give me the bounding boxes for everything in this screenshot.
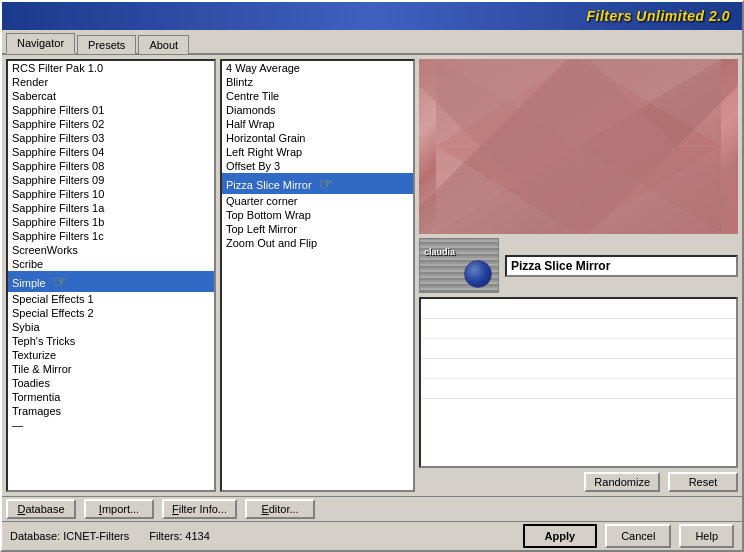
randomize-button[interactable]: Randomize bbox=[584, 472, 660, 492]
svg-line-6 bbox=[436, 59, 721, 234]
cancel-button[interactable]: Cancel bbox=[605, 524, 671, 548]
filter-list-item[interactable]: Diamonds bbox=[222, 103, 413, 117]
reset-button[interactable]: Reset bbox=[668, 472, 738, 492]
import-button[interactable]: Import... bbox=[84, 499, 154, 519]
list-item[interactable]: Scribe bbox=[8, 257, 214, 271]
filter-list-item[interactable]: Left Right Wrap bbox=[222, 145, 413, 159]
list-item[interactable]: Sapphire Filters 01 bbox=[8, 103, 214, 117]
tab-presets[interactable]: Presets bbox=[77, 35, 136, 54]
list-item[interactable]: Texturize bbox=[8, 348, 214, 362]
bottom-toolbar: Database Import... Filter Info... Editor… bbox=[2, 496, 742, 521]
list-item[interactable]: Sapphire Filters 1c bbox=[8, 229, 214, 243]
list-item[interactable]: ScreenWorks bbox=[8, 243, 214, 257]
filter-list-item[interactable]: Half Wrap bbox=[222, 117, 413, 131]
thumbnail-text: claudia bbox=[424, 247, 455, 257]
filter-params-area bbox=[419, 297, 738, 468]
database-status: Database: ICNET-Filters bbox=[10, 530, 129, 542]
list-item[interactable]: Toadies bbox=[8, 376, 214, 390]
middle-panel[interactable]: 4 Way Average Blintz Centre Tile Diamond… bbox=[220, 59, 415, 492]
list-item[interactable]: Sapphire Filters 09 bbox=[8, 173, 214, 187]
list-item[interactable]: RCS Filter Pak 1.0 bbox=[8, 61, 214, 75]
svg-marker-4 bbox=[436, 59, 721, 146]
svg-marker-2 bbox=[578, 59, 721, 234]
svg-marker-5 bbox=[436, 146, 721, 234]
list-item[interactable]: Sabercat bbox=[8, 89, 214, 103]
filter-list-item[interactable]: 4 Way Average bbox=[222, 61, 413, 75]
list-item[interactable]: Sybia bbox=[8, 320, 214, 334]
help-button[interactable]: Help bbox=[679, 524, 734, 548]
filter-list-item[interactable]: Quarter corner bbox=[222, 194, 413, 208]
title-text: Filters Unlimited 2.0 bbox=[586, 8, 730, 24]
thumbnail: claudia bbox=[419, 238, 499, 293]
svg-rect-0 bbox=[436, 59, 721, 234]
thumbnail-globe bbox=[464, 260, 492, 288]
svg-marker-1 bbox=[436, 59, 721, 234]
database-button[interactable]: Database bbox=[6, 499, 76, 519]
list-item[interactable]: Sapphire Filters 03 bbox=[8, 131, 214, 145]
list-item[interactable]: Render bbox=[8, 75, 214, 89]
filters-status: Filters: 4134 bbox=[149, 530, 210, 542]
content-area: RCS Filter Pak 1.0 Render Sabercat Sapph… bbox=[2, 55, 742, 496]
filter-list-item[interactable]: Top Bottom Wrap bbox=[222, 208, 413, 222]
left-panel[interactable]: RCS Filter Pak 1.0 Render Sabercat Sapph… bbox=[6, 59, 216, 492]
preview-image bbox=[419, 59, 738, 234]
status-bar: Database: ICNET-Filters Filters: 4134 Ap… bbox=[2, 521, 742, 550]
filter-list-item[interactable]: Horizontal Grain bbox=[222, 131, 413, 145]
filter-list-item[interactable]: Zoom Out and Flip bbox=[222, 236, 413, 250]
list-item[interactable]: Sapphire Filters 08 bbox=[8, 159, 214, 173]
list-item[interactable]: — bbox=[8, 418, 214, 432]
svg-line-7 bbox=[436, 59, 721, 234]
list-item[interactable]: Tormentia bbox=[8, 390, 214, 404]
list-item[interactable]: Special Effects 1 bbox=[8, 292, 214, 306]
filter-list-item[interactable]: Centre Tile bbox=[222, 89, 413, 103]
filter-list-item[interactable]: Offset By 3 bbox=[222, 159, 413, 173]
list-item[interactable]: Sapphire Filters 1a bbox=[8, 201, 214, 215]
list-item[interactable]: Special Effects 2 bbox=[8, 306, 214, 320]
filter-list-item-pizza[interactable]: Pizza Slice Mirror ☞ bbox=[222, 173, 413, 194]
list-item[interactable]: Sapphire Filters 1b bbox=[8, 215, 214, 229]
list-item-simple[interactable]: Simple ☞ bbox=[8, 271, 214, 292]
list-item[interactable]: Tramages bbox=[8, 404, 214, 418]
tab-about[interactable]: About bbox=[138, 35, 189, 54]
apply-button[interactable]: Apply bbox=[523, 524, 598, 548]
filter-detail-row: claudia Pizza Slice Mirror bbox=[419, 238, 738, 293]
tab-navigator[interactable]: Navigator bbox=[6, 33, 75, 54]
action-buttons: Apply Cancel Help bbox=[523, 524, 734, 548]
list-item[interactable]: Tile & Mirror bbox=[8, 362, 214, 376]
svg-marker-3 bbox=[436, 59, 578, 234]
list-item[interactable]: Sapphire Filters 04 bbox=[8, 145, 214, 159]
filter-list-item[interactable]: Top Left Mirror bbox=[222, 222, 413, 236]
filter-name-display: Pizza Slice Mirror bbox=[505, 255, 738, 277]
list-item[interactable]: Sapphire Filters 02 bbox=[8, 117, 214, 131]
filter-list-item[interactable]: Blintz bbox=[222, 75, 413, 89]
editor-button[interactable]: Editor... bbox=[245, 499, 315, 519]
right-panel: claudia Pizza Slice Mirror Randomize Res… bbox=[419, 59, 738, 492]
main-window: Filters Unlimited 2.0 Navigator Presets … bbox=[0, 0, 744, 552]
tabs-bar: Navigator Presets About bbox=[2, 30, 742, 55]
list-item[interactable]: Teph's Tricks bbox=[8, 334, 214, 348]
randomize-reset-row: Randomize Reset bbox=[419, 472, 738, 492]
list-item[interactable]: Sapphire Filters 10 bbox=[8, 187, 214, 201]
title-bar: Filters Unlimited 2.0 bbox=[2, 2, 742, 30]
filter-info-button[interactable]: Filter Info... bbox=[162, 499, 237, 519]
